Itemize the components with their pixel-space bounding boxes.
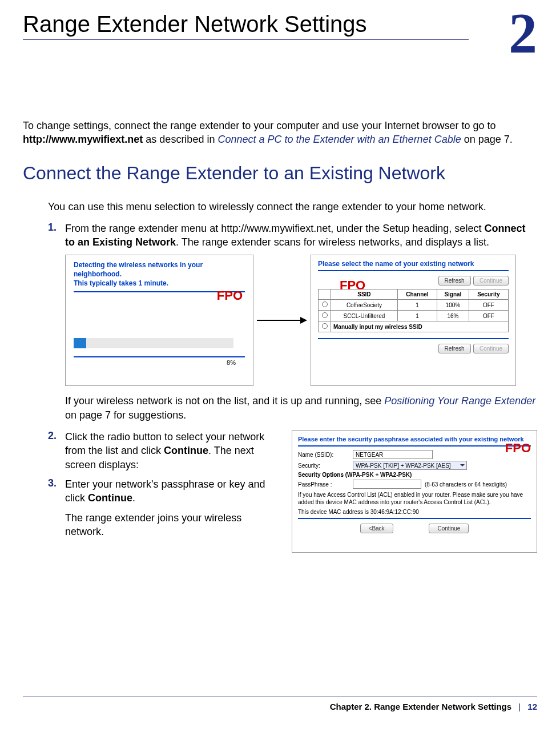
continue-button[interactable]: Continue [473, 276, 509, 285]
select-title: Please select the name of your existing … [318, 260, 509, 268]
detecting-line2: This typically takes 1 minute. [74, 279, 245, 288]
step-3: 3. Enter your network's passphrase or ke… [48, 477, 283, 546]
step3-c: . [132, 492, 135, 504]
page-footer: Chapter 2. Range Extender Network Settin… [23, 697, 537, 721]
table-row[interactable]: CoffeeSociety 1 100% OFF [319, 300, 509, 311]
cell-ssid: SCCL-Unfiltered [331, 311, 398, 321]
intro-paragraph: To change settings, connect the range ex… [23, 119, 537, 147]
cell-channel: 1 [397, 311, 437, 321]
section-intro: You can use this menu selection to wirel… [48, 200, 537, 214]
after-figure-note: If your wireless network is not on the l… [65, 394, 537, 422]
step-1: 1. From the range extender menu at http:… [48, 222, 537, 250]
security-options: Security Options (WPA-PSK + WPA2-PSK) [298, 472, 412, 478]
intro-link-ref[interactable]: Connect a PC to the Extender with an Eth… [217, 134, 461, 145]
chapter-number: 2 [509, 0, 537, 66]
security-select[interactable]: WPA-PSK [TKIP] + WPA2-PSK [AES] [353, 461, 467, 470]
refresh-button[interactable]: Refresh [438, 344, 471, 353]
radio-icon[interactable] [322, 312, 328, 318]
step-number: 3. [48, 477, 65, 546]
refresh-button[interactable]: Refresh [438, 276, 471, 285]
ssid-input[interactable]: NETGEAR [353, 450, 433, 459]
continue-button[interactable]: Continue [429, 524, 469, 533]
footer-chapter: Chapter 2. Range Extender Network Settin… [330, 702, 511, 711]
ssid-label: Name (SSID): [298, 452, 349, 458]
passphrase-label: PassPhrase : [298, 481, 349, 488]
continue-button[interactable]: Continue [473, 344, 509, 353]
intro-text-3: on page 7. [461, 134, 513, 145]
radio-icon[interactable] [322, 301, 328, 307]
intro-url: http://www.mywifiext.net [23, 134, 143, 145]
fpo-label: FPO [505, 441, 531, 456]
col-channel: Channel [397, 289, 437, 300]
progress-percent: 8% [227, 359, 236, 366]
table-row[interactable]: SCCL-Unfiltered 1 16% OFF [319, 311, 509, 321]
step-number: 1. [48, 222, 65, 250]
acl-note: If you have Access Control List (ACL) en… [298, 491, 531, 506]
fpo-label: FPO [340, 278, 365, 293]
step-2: 2. Click the radio button to select your… [48, 430, 283, 472]
cell-signal: 16% [437, 311, 469, 321]
radio-icon[interactable] [322, 323, 328, 329]
cell-security: OFF [469, 311, 508, 321]
footer-separator: | [518, 702, 521, 711]
network-table: SSID Channel Signal Security CoffeeSocie… [318, 289, 509, 332]
intro-text-2: as described in [143, 134, 217, 145]
col-security: Security [469, 289, 508, 300]
cell-ssid: CoffeeSociety [331, 300, 398, 311]
afterfig-a: If your wireless network is not on the l… [65, 395, 384, 407]
step3-after: The range extender joins your wireless n… [65, 511, 283, 539]
progress-bar [74, 338, 233, 348]
figure-detecting: Detecting the wireless networks in your … [65, 255, 253, 386]
afterfig-b: on page 7 for suggestions. [65, 409, 186, 421]
detecting-line1: Detecting the wireless networks in your … [74, 261, 245, 279]
afterfig-link[interactable]: Positioning Your Range Extender [384, 395, 535, 407]
section-heading: Connect the Range Extender to an Existin… [23, 163, 537, 184]
fig3-header: Please enter the security passphrase ass… [298, 435, 531, 443]
mac-note: This device MAC address is 30:46:9A:12:C… [298, 508, 531, 516]
passphrase-input[interactable] [353, 480, 421, 489]
manual-ssid: Manually input my wireless SSID [331, 321, 509, 332]
step-number: 2. [48, 430, 65, 472]
step2-b: Continue [164, 445, 208, 456]
fpo-label: FPO [217, 288, 243, 303]
step3-b: Continue [88, 492, 132, 504]
table-row[interactable]: Manually input my wireless SSID [319, 321, 509, 332]
step1-text-a: From the range extender menu at http://w… [65, 223, 484, 234]
chapter-title: Range Extender Network Settings [23, 11, 537, 37]
col-signal: Signal [437, 289, 469, 300]
arrow-icon [257, 315, 307, 326]
cell-channel: 1 [397, 300, 437, 311]
figure-select-network: Please select the name of your existing … [311, 255, 516, 386]
cell-signal: 100% [437, 300, 469, 311]
cell-security: OFF [469, 300, 508, 311]
figure-row: Detecting the wireless networks in your … [65, 255, 537, 386]
svg-marker-1 [300, 317, 307, 324]
intro-text-1: To change settings, connect the range ex… [23, 120, 496, 131]
security-label: Security: [298, 462, 349, 469]
step1-text-c: . The range extender scans for wireless … [176, 236, 489, 248]
passphrase-hint: (8-63 characters or 64 hexdigits) [425, 481, 507, 488]
figure-passphrase: Please enter the security passphrase ass… [292, 430, 537, 553]
footer-page-number: 12 [527, 702, 537, 711]
back-button[interactable]: <Back [360, 524, 393, 533]
